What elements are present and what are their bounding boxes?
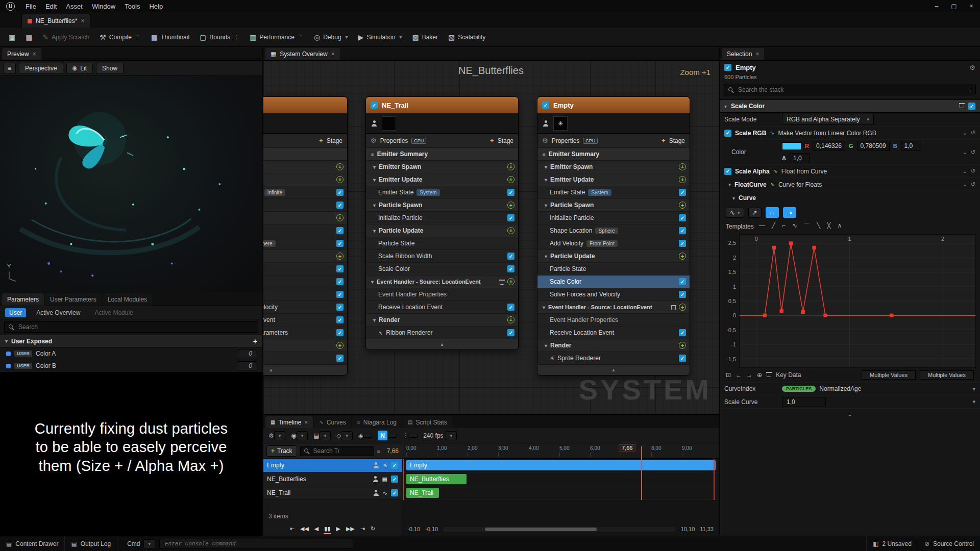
toolbar-button[interactable]: ▩ Baker [407,31,443,44]
node-graph-canvas[interactable]: NE_Butterflies Zoom +1 SYSTEM ✓ NE_Butte… [263,61,719,414]
stack-module-row[interactable]: ≡ ▾ Emitter Update + ✓ [537,173,690,186]
chevron-down-icon[interactable]: ▾ [346,34,348,40]
module-enabled-checkbox[interactable]: ✓ [679,227,686,234]
stack-module-row[interactable]: ≡ ▾ Dynamic Material Parameters + ✓ [263,327,347,339]
add-module-icon[interactable]: + [507,163,514,170]
toolbar-button[interactable]: ▤ [21,31,37,44]
track-enabled-checkbox[interactable]: ✓ [391,462,398,469]
transport-button[interactable]: ◀ [314,524,319,533]
chevron-down-icon[interactable]: ⋮ [234,34,239,40]
chevron-down-icon[interactable]: ▾ [373,228,376,234]
chevron-down-icon[interactable]: ▾ [545,203,547,208]
stack-module-row[interactable]: ≡ ▾ Shape Location Sphere + ✓ [263,237,347,250]
chevron-down-icon[interactable]: ▾ [724,182,731,187]
key-value-field[interactable]: Multiple Values [862,370,916,380]
parameter-mode-button[interactable]: Active Overview [32,308,84,317]
collapse-node-button[interactable]: ▴ [366,339,518,349]
stack-module-row[interactable]: ≡ ▾ Emitter State Self Infinite + ✓ [263,186,347,199]
fit-view-icon[interactable]: ⊡ [726,371,731,379]
chevron-down-icon[interactable]: ▾ [5,338,8,344]
add-track-button[interactable]: + Track [266,445,297,457]
prev-key-icon[interactable]: ← [736,371,742,379]
stack-module-row[interactable]: ≡ ▾ Emitter Summary + ✓ [537,148,690,161]
viewport-button[interactable]: ◉ Lit [66,63,93,74]
toolbar-icon[interactable]: ◈ [358,432,363,439]
properties-row[interactable]: ⚙ Properties CPU + Stage [366,134,518,148]
close-button[interactable]: × [963,1,980,11]
module-enabled-checkbox[interactable]: ✓ [507,265,514,272]
chevron-down-icon[interactable]: ▾ [373,164,376,170]
r-value-field[interactable]: 0,146326 [813,141,845,151]
g-value-field[interactable]: 0,780509 [857,141,890,151]
statusbar-button[interactable]: ▤ Content Drawer [0,536,65,551]
stack-module-row[interactable]: ≡ ▾ Render + ✓ [366,314,518,327]
curve-template-button[interactable]: ⌒ [804,222,810,231]
statusbar-status-button[interactable]: ⊘ Source Control [918,536,980,551]
module-enabled-checkbox[interactable]: ✓ [336,304,344,311]
chevron-down-icon[interactable]: ▾ [543,305,545,310]
timeline-toolbar-button[interactable]: ◈ [358,432,372,439]
tab-preview[interactable]: Preview × [2,48,41,60]
emitter-header[interactable]: ✓ NE_Trail [366,97,518,113]
stack-module-row[interactable]: ≡ ▾ Particle State + ✓ [263,263,347,276]
transport-button[interactable]: ▶ [335,524,340,533]
add-module-icon[interactable]: + [336,176,344,183]
scale-mode-dropdown[interactable]: RGB and Alpha Separately ▾ [782,114,874,125]
chevron-down-icon[interactable]: ▾ [545,177,547,183]
dynamic-input-value[interactable]: Make Vector from Linear Color RGB [778,130,876,137]
preview-viewport[interactable]: Y [0,76,262,292]
key-value-field[interactable]: Multiple Values [920,370,974,380]
expand-more-button[interactable]: ⌄ [720,409,980,420]
chevron-down-icon[interactable]: ▾ [724,104,727,109]
module-enabled-checkbox[interactable]: ✓ [336,227,344,234]
stack-module-row[interactable]: ≡ ▾ Initialize Particle + ✓ [537,212,690,224]
track-lane[interactable]: NE_Butterflies [402,472,719,486]
add-module-icon[interactable]: + [679,253,686,260]
parameter-mode-button[interactable]: Active Module [90,308,137,317]
reset-icon[interactable]: ↺ [971,168,975,174]
timeline-tab[interactable]: ≡ Niagara Log × [352,416,402,428]
chevron-down-icon[interactable]: ▾ [320,431,331,440]
add-module-icon[interactable]: + [679,163,686,170]
toolbar-button[interactable]: ▣ [4,31,20,44]
add-module-icon[interactable]: + [336,214,344,221]
stack-module-row[interactable]: ≡ ▾ Particle Update + ✓ [366,224,518,237]
track-enabled-checkbox[interactable]: ✓ [391,489,398,496]
delete-icon[interactable] [960,103,964,110]
stack-module-row[interactable]: ≡ ▾ Emitter State System + ✓ [366,186,518,199]
stack-module-row[interactable]: ≡ ▾ Event Handler Properties + ✓ [366,288,518,301]
transport-button[interactable]: ▮▮ [324,524,331,533]
working-range-end[interactable]: 10,10 [681,526,695,532]
current-time-field[interactable]: 7,66 [383,447,399,455]
stack-search[interactable]: ≡ [724,84,976,95]
stack-module-row[interactable]: ≡ ▾ Scale Ribbon Width + ✓ [366,250,518,263]
stack-module-row[interactable]: ≡ ▾ Initialize Particle + ✓ [263,224,347,237]
module-enabled-checkbox[interactable]: ✓ [507,253,514,260]
curve-template-button[interactable]: ╳ [827,222,830,231]
chevron-down-icon[interactable]: ▾ [545,164,547,170]
chevron-down-icon[interactable]: ▾ [371,279,374,285]
close-icon[interactable]: × [755,51,759,58]
add-module-icon[interactable]: + [507,176,514,183]
parameters-tab[interactable]: Parameters [2,293,44,306]
module-enabled-checkbox[interactable]: ✓ [679,214,686,221]
chevron-down-icon[interactable]: ▾ [341,431,353,440]
statusbar-status-button[interactable]: ◧ 2 Unsaved [866,536,918,551]
parameters-search[interactable] [4,321,258,333]
module-enabled-checkbox[interactable]: ✓ [336,265,344,272]
module-enabled-checkbox[interactable]: ✓ [968,103,975,110]
emitter-node-empty[interactable]: ✓ Empty ✳ ⚙ Properties CPU + Stage [537,96,690,375]
add-stage-icon[interactable]: + [662,137,666,144]
parameter-mode-button[interactable]: User [5,308,26,317]
timeline-tab[interactable]: ∿ Curves × [314,416,351,428]
module-enabled-checkbox[interactable]: ✓ [507,304,514,311]
stack-module-row[interactable]: ≡ ▾ Generate Location Event + ✓ [263,314,347,327]
toolbar-icon[interactable]: ⋮ [402,432,408,439]
menu-item[interactable]: Window [87,2,120,11]
add-module-icon[interactable]: + [507,202,514,209]
chevron-down-icon[interactable]: ▾ [545,254,547,259]
collapse-node-button[interactable]: ▴ [537,365,690,375]
stack-module-row[interactable]: ≡ ▾ Emitter Spawn + ✓ [366,161,518,173]
toolbar-button[interactable]: ✎ Apply Scratch [38,31,94,44]
user-parameter-row[interactable]: USER Color B 0 [0,360,262,372]
